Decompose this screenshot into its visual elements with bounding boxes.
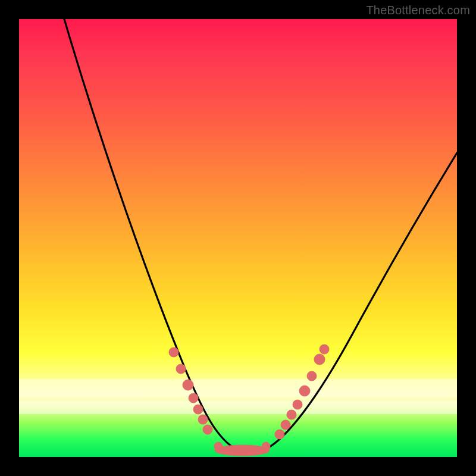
marker-dot — [203, 425, 212, 434]
chart-svg — [19, 19, 457, 457]
marker-dot — [275, 430, 284, 439]
outer-frame: TheBottleneck.com — [0, 0, 476, 476]
marker-dot — [293, 400, 302, 409]
marker-group — [169, 345, 329, 456]
marker-dot — [307, 371, 317, 381]
watermark-text: TheBottleneck.com — [366, 4, 470, 17]
marker-dot — [314, 354, 325, 365]
marker-dot — [281, 420, 290, 430]
plot-area — [19, 19, 457, 457]
marker-dot — [320, 345, 329, 354]
marker-dot — [183, 380, 193, 390]
marker-dot — [193, 405, 203, 414]
bottleneck-curve — [49, 0, 457, 453]
marker-dot — [169, 347, 178, 357]
marker-dot — [262, 442, 270, 450]
marker-dot — [287, 410, 296, 419]
marker-dot — [189, 393, 198, 403]
marker-valley-blob — [215, 445, 270, 456]
marker-dot — [198, 415, 208, 424]
marker-dot — [176, 364, 186, 374]
marker-dot — [299, 386, 310, 396]
marker-dot — [214, 442, 223, 450]
